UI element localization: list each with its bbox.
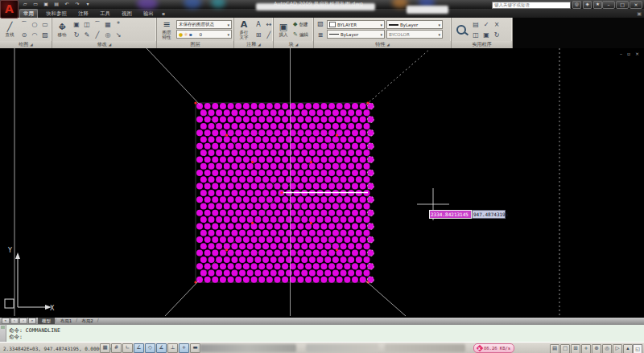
- favorites-icon[interactable]: ★: [593, 1, 602, 9]
- clean-screen-button[interactable]: ◱: [633, 344, 642, 353]
- new-file-icon[interactable]: ▱: [21, 1, 29, 7]
- layout-nav-button-0[interactable]: «: [2, 318, 10, 324]
- panel-launcher-icon[interactable]: ◢: [295, 43, 298, 47]
- annotation-scale-button[interactable]: ▴: [623, 344, 633, 353]
- mtext-button[interactable]: A 多行 文字: [236, 20, 252, 39]
- restore-button[interactable]: □: [616, 1, 629, 9]
- qat-dropdown-icon[interactable]: ▾: [84, 1, 92, 7]
- command-prompt-line[interactable]: 命令:: [9, 334, 642, 340]
- panel-title-modify[interactable]: 修改◢: [52, 41, 156, 48]
- mirror-icon[interactable]: ◫: [82, 19, 92, 30]
- dimension-icon[interactable]: ↔: [264, 19, 273, 30]
- panel-title-block[interactable]: 块◢: [274, 41, 313, 48]
- grid-toggle[interactable]: #: [111, 343, 122, 353]
- rotate-icon[interactable]: ↻: [72, 30, 81, 40]
- plot-icon[interactable]: ▤: [52, 1, 60, 7]
- tab-注释[interactable]: 注释: [75, 10, 92, 18]
- measure-icon[interactable]: ▤: [471, 19, 481, 30]
- minimize-button[interactable]: –: [602, 1, 615, 9]
- panel-title-annotate[interactable]: 注释◢: [234, 41, 273, 48]
- drawing-window-controls[interactable]: – ▫ ×: [620, 51, 641, 56]
- save-icon[interactable]: ▣: [42, 1, 50, 7]
- layer-properties-button[interactable]: ≡ 图层 特性: [159, 20, 175, 39]
- osnap-toggle[interactable]: ◇: [145, 343, 155, 353]
- communication-center-icon[interactable]: ◈: [583, 1, 592, 9]
- panel-launcher-icon[interactable]: ◢: [258, 43, 260, 47]
- text-style-icon[interactable]: A: [254, 19, 263, 30]
- panel-title-draw[interactable]: 绘图◢: [0, 41, 52, 48]
- download-speed-badge[interactable]: x 86.26 KB/s: [473, 343, 514, 353]
- redo-icon[interactable]: ↷: [73, 1, 81, 7]
- panel-title-layers[interactable]: 图层: [157, 41, 233, 48]
- snap-toggle[interactable]: ▦: [100, 343, 110, 353]
- layout-nav-button-1[interactable]: ‹: [10, 318, 19, 324]
- model-space-button[interactable]: ▤: [550, 344, 559, 353]
- plot-style-dropdown[interactable]: BYCOLOR ▾: [386, 30, 443, 39]
- edit-block-button[interactable]: ✎ 编辑: [293, 30, 308, 39]
- drawing-canvas[interactable]: YX – ▫ × 2334.84213145 947.48743195: [0, 48, 644, 318]
- application-menu-button[interactable]: A: [0, 0, 19, 18]
- panel-title-properties[interactable]: 特性◢: [314, 41, 451, 48]
- dynamic-input-y[interactable]: 947.48743195: [472, 210, 506, 219]
- layer-dropdown[interactable]: ●☼▪■ 0 ▾: [176, 30, 232, 39]
- undo-icon[interactable]: ↶: [63, 1, 71, 7]
- tab-视图[interactable]: 视图: [118, 10, 135, 18]
- tab-块和参照[interactable]: 块和参照: [43, 10, 70, 18]
- trim-icon[interactable]: ╱: [93, 30, 102, 40]
- layout-tab-布局1[interactable]: 布局1: [56, 318, 76, 324]
- measure-button[interactable]: [453, 23, 469, 36]
- panel-title-utilities[interactable]: 实用程序: [452, 41, 512, 48]
- quickview-button[interactable]: ⊞: [571, 344, 580, 353]
- circle-icon[interactable]: ○: [30, 19, 39, 30]
- rectangle-icon[interactable]: ▭: [40, 19, 50, 30]
- showmotion-button[interactable]: ▷: [613, 344, 622, 353]
- move-button[interactable]: ↔↕ 移动: [54, 23, 70, 37]
- object-color-dropdown[interactable]: BYLAYER ▾: [327, 20, 385, 29]
- stretch-icon[interactable]: ↘: [114, 30, 123, 40]
- paste-icon[interactable]: ◫: [471, 30, 481, 40]
- search-icon[interactable]: ◎: [572, 1, 581, 9]
- cancel-icon[interactable]: ×: [492, 19, 502, 30]
- panel-launcher-icon[interactable]: ◢: [109, 43, 111, 47]
- panel-launcher-icon[interactable]: ◢: [386, 43, 389, 47]
- otrack-toggle[interactable]: ∡: [156, 343, 167, 353]
- arc-icon[interactable]: ⌒: [19, 19, 29, 30]
- layout-button[interactable]: □: [560, 344, 570, 353]
- fillet-icon[interactable]: ⌒: [93, 19, 102, 30]
- line-button[interactable]: ╱ 直线: [2, 23, 18, 37]
- polar-toggle[interactable]: ∠: [134, 343, 144, 353]
- match-properties-icon[interactable]: ▧: [316, 18, 325, 29]
- ribbon-minimize-icon[interactable]: ▣: [637, 10, 642, 16]
- infocenter-search-input[interactable]: [492, 2, 571, 9]
- layer-state-dropdown[interactable]: 未保存的图层状态▾: [176, 20, 232, 29]
- ducs-toggle[interactable]: ⊥: [167, 343, 178, 353]
- insert-block-button[interactable]: ▣ 插入: [275, 23, 291, 37]
- copy-clip-icon[interactable]: ▣: [481, 30, 491, 40]
- ortho-toggle[interactable]: ∟: [122, 343, 133, 353]
- tab-输出[interactable]: 输出: [140, 10, 157, 18]
- center-mark-icon[interactable]: ⊙: [19, 30, 29, 40]
- tab-工具[interactable]: 工具: [97, 10, 114, 18]
- layout-tab-布局2[interactable]: 布局2: [77, 318, 97, 324]
- zoom-button[interactable]: ⊕: [592, 344, 601, 353]
- refresh-icon[interactable]: ↻: [492, 30, 502, 40]
- ribbon-pin-icon[interactable]: ▪: [162, 10, 165, 16]
- properties-list-icon[interactable]: ≣: [316, 30, 325, 40]
- steering-wheel-button[interactable]: ◎: [602, 344, 612, 353]
- panel-launcher-icon[interactable]: ◢: [30, 43, 32, 47]
- ellipse-icon[interactable]: ◠: [30, 30, 39, 40]
- array-icon[interactable]: ▦: [103, 19, 113, 30]
- layout-tab-模型[interactable]: 模型: [38, 318, 55, 324]
- open-folder-icon[interactable]: ▭: [31, 1, 39, 7]
- hatch-icon[interactable]: ▨: [40, 30, 50, 40]
- tab-常用[interactable]: 常用: [19, 9, 38, 18]
- layout-nav-button-3[interactable]: »: [28, 318, 36, 324]
- copy-icon[interactable]: ▣: [72, 19, 81, 30]
- pan-button[interactable]: +: [581, 344, 591, 353]
- erase-icon[interactable]: ✎: [82, 30, 92, 40]
- table-icon[interactable]: ⊞: [254, 30, 263, 40]
- command-line-grip[interactable]: [0, 325, 6, 343]
- offset-icon[interactable]: ◎: [103, 30, 113, 40]
- command-line-window[interactable]: 命令: COMMANDLINE 命令:: [0, 324, 644, 343]
- id-point-icon[interactable]: ✓: [481, 19, 491, 30]
